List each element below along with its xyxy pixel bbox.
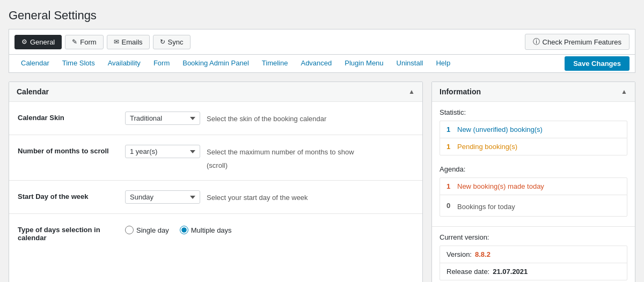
statistic-link-0[interactable]: New (unverified) booking(s) [457, 125, 543, 133]
months-scroll-description: Select the maximum number of months to s… [207, 145, 354, 157]
calendar-skin-label: Calendar Skin [18, 112, 125, 122]
version-section: Current version: Version: 8.8.2 Release … [432, 226, 635, 282]
agenda-box: 1 New booking(s) made today 0 Bookings f… [440, 177, 627, 217]
gear-icon [21, 38, 27, 46]
tab-booking-admin-panel[interactable]: Booking Admin Panel [176, 55, 255, 72]
check-premium-label: Check Premium Features [543, 38, 621, 46]
emails-tab-button[interactable]: Emails [107, 35, 150, 49]
start-day-row: Start Day of the week Sunday Monday Satu… [9, 181, 422, 214]
form-tab-button[interactable]: Form [65, 35, 103, 49]
information-collapse-arrow[interactable] [621, 88, 627, 95]
months-scroll-description-wrap: Select the maximum number of months to s… [207, 145, 354, 170]
radio-single-day[interactable]: Single day [125, 226, 169, 234]
months-scroll-select[interactable]: 1 year(s) 2 year(s) 6 months 3 months [125, 145, 200, 158]
tab-calendar[interactable]: Calendar [14, 55, 56, 72]
top-nav-left: General Form Emails Sync [14, 35, 191, 49]
start-day-control: Sunday Monday Saturday Select your start… [125, 190, 414, 204]
calendar-skin-select[interactable]: Traditional Modern Classic [125, 112, 200, 125]
start-day-description: Select your start day of the week [207, 190, 308, 203]
save-changes-button[interactable]: Save Changes [565, 56, 630, 71]
statistic-count-1: 1 [447, 143, 457, 151]
statistic-section: Statistic: 1 New (unverified) booking(s)… [432, 102, 635, 165]
start-day-label: Start Day of the week [18, 190, 125, 201]
check-premium-button[interactable]: Check Premium Features [525, 34, 630, 50]
version-box: Version: 8.8.2 Release date: 21.07.2021 [440, 246, 627, 280]
tab-advanced[interactable]: Advanced [294, 55, 338, 72]
version-row-0: Version: 8.8.2 [440, 246, 627, 263]
months-scroll-control: 1 year(s) 2 year(s) 6 months 3 months Se… [125, 145, 414, 170]
calendar-panel-header: Calendar [9, 82, 422, 102]
agenda-count-1: 0 [447, 202, 457, 210]
agenda-label: Agenda: [440, 165, 627, 173]
version-value-1: 21.07.2021 [493, 268, 528, 276]
months-scroll-label: Number of months to scroll [18, 145, 125, 155]
statistic-row-1: 1 Pending booking(s) [440, 138, 627, 155]
statistic-label: Statistic: [440, 108, 627, 116]
agenda-count-0: 1 [447, 182, 457, 190]
agenda-link-0[interactable]: New booking(s) made today [457, 182, 544, 190]
version-section-title: Current version: [440, 233, 627, 241]
agenda-section: Agenda: 1 New booking(s) made today 0 Bo… [432, 165, 635, 226]
version-label-0: Version: [447, 250, 472, 258]
calendar-skin-description: Select the skin of the booking calendar [207, 112, 326, 124]
form-icon [72, 38, 77, 46]
days-selection-control: Single day Multiple days [125, 224, 414, 234]
radio-multiple-days[interactable]: Multiple days [180, 226, 232, 234]
sync-icon [160, 38, 165, 46]
statistic-count-0: 1 [447, 125, 457, 133]
sync-tab-label: Sync [168, 38, 184, 46]
main-content: Calendar Calendar Skin Traditional Moder… [9, 73, 635, 282]
information-panel-title: Information [440, 87, 481, 96]
version-row-1: Release date: 21.07.2021 [440, 263, 627, 280]
agenda-row-0: 1 New booking(s) made today [440, 178, 627, 195]
calendar-skin-row: Calendar Skin Traditional Modern Classic… [9, 102, 422, 135]
page-wrapper: General Settings General Form Emails Syn… [0, 0, 644, 282]
tab-help[interactable]: Help [429, 55, 457, 72]
radio-single-day-label: Single day [136, 226, 169, 234]
calendar-skin-control: Traditional Modern Classic Select the sk… [125, 112, 414, 125]
tab-form[interactable]: Form [147, 55, 176, 72]
calendar-collapse-arrow[interactable] [408, 88, 415, 95]
calendar-panel-title: Calendar [17, 87, 49, 96]
tab-availability[interactable]: Availability [101, 55, 147, 72]
days-selection-row: Type of days selection in calendar Singl… [9, 214, 422, 251]
page-title: General Settings [9, 9, 635, 23]
months-scroll-description2: (scroll) [207, 158, 354, 170]
sync-tab-button[interactable]: Sync [153, 35, 191, 49]
sub-nav-tabs: Calendar Time Slots Availability Form Bo… [14, 55, 457, 72]
form-tab-label: Form [80, 38, 96, 46]
emails-tab-label: Emails [122, 38, 143, 46]
agenda-link-1: Bookings for today [457, 199, 515, 212]
start-day-select[interactable]: Sunday Monday Saturday [125, 190, 200, 204]
statistic-box: 1 New (unverified) booking(s) 1 Pending … [440, 121, 627, 155]
tab-time-slots[interactable]: Time Slots [56, 55, 101, 72]
sub-nav-bar: Calendar Time Slots Availability Form Bo… [9, 55, 635, 73]
version-label-1: Release date: [447, 268, 489, 276]
radio-multiple-days-input[interactable] [180, 226, 188, 234]
top-nav-bar: General Form Emails Sync Check Premium F… [9, 29, 635, 55]
calendar-panel: Calendar Calendar Skin Traditional Moder… [9, 81, 423, 282]
statistic-row-0: 1 New (unverified) booking(s) [440, 121, 627, 138]
tab-uninstall[interactable]: Uninstall [390, 55, 430, 72]
months-scroll-row: Number of months to scroll 1 year(s) 2 y… [9, 135, 422, 181]
agenda-row-1: 0 Bookings for today [440, 195, 627, 216]
radio-single-day-input[interactable] [125, 226, 134, 234]
statistic-link-1[interactable]: Pending booking(s) [457, 143, 517, 151]
radio-multiple-days-label: Multiple days [191, 226, 232, 234]
information-panel: Information Statistic: 1 New (unverified… [431, 81, 635, 282]
days-selection-label: Type of days selection in calendar [18, 224, 125, 242]
tab-timeline[interactable]: Timeline [255, 55, 295, 72]
tab-plugin-menu[interactable]: Plugin Menu [338, 55, 390, 72]
days-selection-radio-group: Single day Multiple days [125, 224, 232, 234]
general-tab-button[interactable]: General [14, 35, 62, 49]
information-panel-header: Information [432, 82, 635, 102]
premium-info-icon [533, 37, 540, 47]
email-icon [114, 38, 119, 46]
version-value-0: 8.8.2 [475, 250, 491, 258]
general-tab-label: General [30, 38, 55, 46]
